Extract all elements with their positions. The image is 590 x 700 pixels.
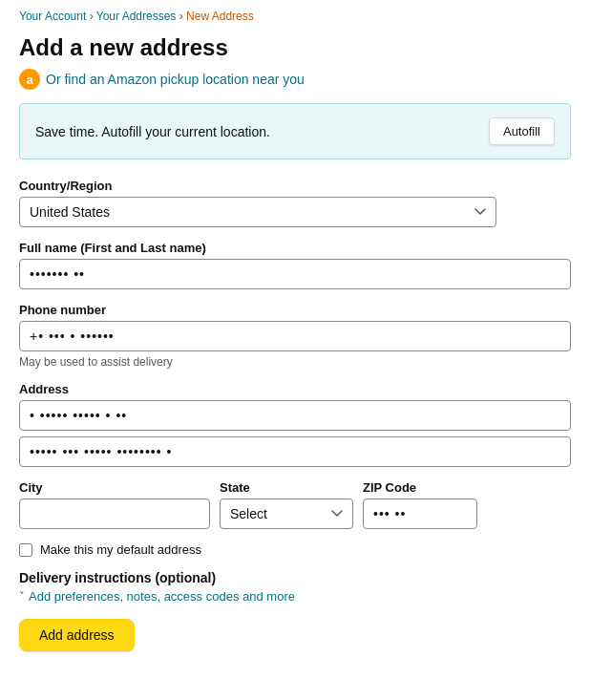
state-select[interactable]: Select Alabama Alaska Arizona California…	[220, 498, 353, 529]
delivery-expand-text: Add preferences, notes, access codes and…	[29, 589, 295, 604]
address-line2-container	[19, 436, 571, 467]
address-label: Address	[19, 382, 571, 396]
zip-group: ZIP Code	[363, 480, 477, 529]
address-line1-container	[19, 400, 571, 431]
state-label: State	[220, 480, 353, 495]
phone-label: Phone number	[19, 303, 571, 317]
breadcrumb-your-addresses[interactable]: Your Addresses	[96, 10, 177, 23]
address-line2-input[interactable]	[19, 436, 571, 467]
phone-help-text: May be used to assist delivery	[19, 355, 571, 369]
amazon-pickup-text: Or find an Amazon pickup location near y…	[46, 72, 305, 87]
breadcrumb-sep-1: ›	[90, 10, 94, 23]
state-group: State Select Alabama Alaska Arizona Cali…	[220, 480, 353, 529]
city-input[interactable]	[19, 498, 210, 529]
country-label: Country/Region	[19, 179, 571, 193]
delivery-instructions-section: Delivery instructions (optional) ˅ Add p…	[19, 570, 571, 604]
city-label: City	[19, 480, 210, 495]
country-region-group: Country/Region United States Canada Unit…	[19, 179, 571, 227]
default-address-checkbox[interactable]	[19, 543, 32, 557]
delivery-expand-link[interactable]: ˅ Add preferences, notes, access codes a…	[19, 589, 571, 604]
breadcrumb: Your Account › Your Addresses › New Addr…	[19, 10, 571, 23]
default-address-label[interactable]: Make this my default address	[40, 542, 201, 557]
autofill-button[interactable]: Autofill	[489, 117, 555, 145]
phone-input[interactable]	[19, 321, 571, 351]
city-group: City	[19, 480, 210, 529]
autofill-banner-text: Save time. Autofill your current locatio…	[35, 124, 270, 139]
country-select[interactable]: United States Canada United Kingdom Aust…	[19, 197, 496, 227]
page-title: Add a new address	[19, 34, 571, 61]
chevron-down-icon: ˅	[19, 590, 25, 603]
delivery-instructions-title: Delivery instructions (optional)	[19, 570, 571, 585]
add-address-button[interactable]: Add address	[19, 619, 135, 651]
city-state-zip-group: City State Select Alabama Alaska Arizona…	[19, 480, 571, 529]
default-address-row: Make this my default address	[19, 542, 571, 557]
breadcrumb-your-account[interactable]: Your Account	[19, 10, 86, 23]
zip-label: ZIP Code	[363, 480, 477, 495]
zip-input[interactable]	[363, 498, 477, 529]
fullname-input[interactable]	[19, 259, 571, 289]
amazon-pickup-link[interactable]: a Or find an Amazon pickup location near…	[19, 69, 571, 90]
amazon-icon: a	[19, 69, 40, 90]
breadcrumb-sep-2: ›	[179, 10, 183, 23]
fullname-group: Full name (First and Last name)	[19, 241, 571, 289]
address-group: Address	[19, 382, 571, 467]
breadcrumb-new-address: New Address	[186, 10, 254, 23]
fullname-label: Full name (First and Last name)	[19, 241, 571, 255]
address-line1-input[interactable]	[19, 400, 571, 431]
phone-group: Phone number May be used to assist deliv…	[19, 303, 571, 369]
autofill-banner: Save time. Autofill your current locatio…	[19, 103, 571, 159]
